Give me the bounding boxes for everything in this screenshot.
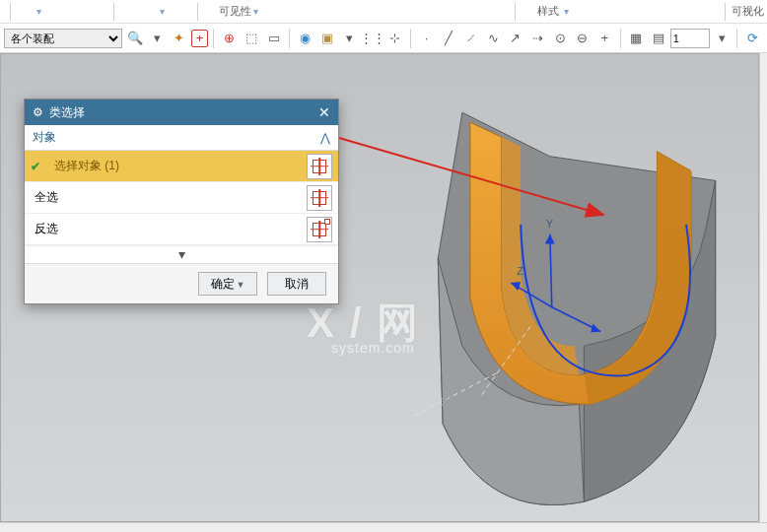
ribbon-dd-1[interactable]: ▾ — [36, 6, 41, 17]
watermark-sub-text: system.com — [331, 340, 415, 356]
box-select-icon[interactable]: ⬚ — [242, 28, 262, 49]
ribbon-strip: ▾ ▾ 可见性 ▾ 样式 ▾ 可视化 — [0, 0, 767, 24]
spline-icon[interactable]: ∿ — [483, 28, 504, 49]
wcs-icon[interactable]: ✦ — [170, 28, 190, 49]
row-select-object-label: 选择对象 (1) — [50, 158, 301, 174]
row-invert[interactable]: 反选 — [25, 214, 338, 245]
close-icon[interactable]: ✕ — [318, 104, 330, 120]
toolbar-sep-2 — [289, 29, 290, 48]
add-cursor-icon[interactable]: ⊕ — [219, 28, 240, 49]
node-icon[interactable]: ⋮⋮ — [362, 28, 384, 49]
layer-dd-icon[interactable]: ▾ — [147, 28, 168, 49]
expand-icon[interactable]: ▾ — [25, 245, 338, 263]
numeric-input[interactable] — [670, 29, 710, 48]
scrollbar-horizontal[interactable] — [0, 522, 767, 532]
ribbon-dd-2[interactable]: ▾ — [160, 6, 165, 17]
dialog-title-text: 类选择 — [33, 104, 85, 121]
select-all-icon[interactable] — [307, 185, 332, 211]
point-icon[interactable]: · — [416, 28, 437, 49]
svg-text:Z: Z — [517, 265, 523, 277]
num-dd-icon[interactable]: ▾ — [712, 28, 732, 49]
scrollbar-vertical[interactable] — [759, 53, 767, 522]
toolbar-sep-5 — [736, 29, 737, 48]
circle-icon[interactable]: ⊙ — [550, 28, 571, 49]
ribbon-dd-3[interactable]: ▾ — [253, 6, 258, 17]
ribbon-dd-4[interactable]: ▾ — [564, 6, 569, 17]
line-icon[interactable]: ╱ — [439, 28, 459, 49]
ellipse-icon[interactable]: ⊖ — [572, 28, 593, 49]
select-object-icon[interactable] — [307, 154, 332, 179]
ribbon-visibility-label: 可见性 — [219, 4, 251, 19]
grid-icon[interactable]: ▤ — [648, 28, 668, 49]
plus-icon[interactable]: + — [594, 28, 615, 49]
row-select-all[interactable]: 全选 — [25, 182, 338, 214]
row-invert-label: 反选 — [31, 221, 301, 237]
dialog-footer: 确定▼ 取消 — [25, 263, 338, 303]
invert-selection-icon[interactable] — [307, 217, 332, 242]
snap-dd-icon[interactable]: ▾ — [339, 28, 360, 49]
refresh-icon[interactable]: ⟳ — [742, 28, 763, 49]
arc-icon[interactable]: ⟋ — [460, 28, 481, 49]
section-object-label: 对象 — [33, 129, 56, 146]
dialog-titlebar[interactable]: 类选择 ✕ — [25, 100, 338, 125]
shaded-icon[interactable]: ◉ — [295, 28, 315, 49]
class-selection-dialog: 类选择 ✕ 对象 ⋀ ✔ 选择对象 (1) 全选 反选 ▾ 确定▼ 取消 — [24, 99, 339, 304]
check-icon: ✔ — [31, 160, 40, 173]
section-header-object[interactable]: 对象 ⋀ — [25, 125, 338, 151]
collapse-icon[interactable]: ⋀ — [320, 131, 330, 145]
midpoint-icon[interactable]: ⇢ — [527, 28, 548, 49]
svg-text:Y: Y — [546, 218, 553, 230]
ok-button[interactable]: 确定▼ — [198, 272, 257, 296]
target-icon[interactable]: + — [191, 30, 208, 47]
assembly-selector[interactable]: 各个装配 — [4, 29, 122, 48]
solid-box-icon[interactable]: ▣ — [316, 28, 337, 49]
filter-icon[interactable]: 🔍 — [124, 28, 145, 49]
axis-icon[interactable]: ⊹ — [385, 28, 406, 49]
row-select-all-label: 全选 — [31, 189, 301, 206]
toolbar-sep-1 — [213, 29, 214, 48]
tangent-icon[interactable]: ↗ — [506, 28, 526, 49]
ok-button-label: 确定 — [211, 277, 235, 291]
marquee-icon[interactable]: ▭ — [263, 28, 284, 49]
ribbon-style-label: 样式 — [537, 4, 559, 19]
cancel-button[interactable]: 取消 — [267, 272, 326, 296]
ribbon-visualize-label: 可视化 — [732, 4, 764, 19]
row-select-object[interactable]: ✔ 选择对象 (1) — [25, 151, 338, 182]
svg-text:X: X — [441, 396, 449, 408]
toolbar-sep-3 — [410, 29, 411, 48]
toolbar-sep-4 — [620, 29, 621, 48]
cube-icon[interactable]: ▦ — [626, 28, 647, 49]
toolbar: 各个装配 🔍 ▾ ✦ + ⊕ ⬚ ▭ ◉ ▣ ▾ ⋮⋮ ⊹ · ╱ ⟋ ∿ ↗ … — [0, 24, 767, 53]
